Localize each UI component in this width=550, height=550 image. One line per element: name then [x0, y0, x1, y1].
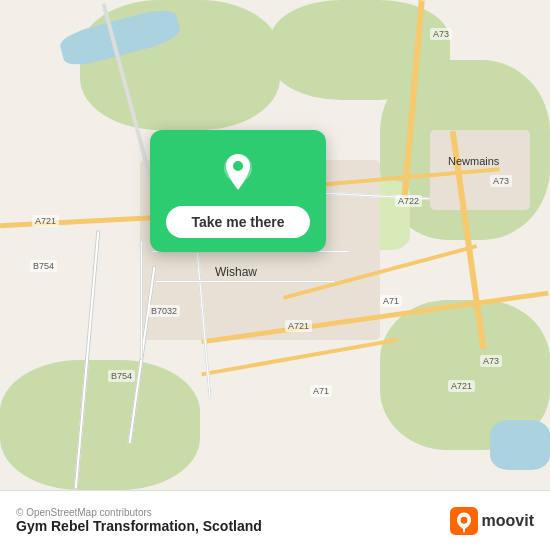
road-label-a73-bottom: A73 — [480, 355, 502, 367]
road-label-b754-bottom: B754 — [108, 370, 135, 382]
location-name: Gym Rebel Transformation, Scotland — [16, 518, 262, 534]
road-label-a71-mid: A71 — [380, 295, 402, 307]
moovit-text: moovit — [482, 512, 534, 530]
bottom-info: © OpenStreetMap contributors Gym Rebel T… — [16, 507, 262, 534]
water-se — [490, 420, 550, 470]
svg-point-1 — [233, 161, 243, 171]
svg-point-3 — [460, 516, 467, 523]
road-label-a721-left: A721 — [32, 215, 59, 227]
location-pin-icon — [214, 148, 262, 196]
location-popup: Take me there — [150, 130, 326, 252]
map-container: A73 A73 A73 A721 A721 A721 A722 A71 A71 … — [0, 0, 550, 490]
bottom-bar: © OpenStreetMap contributors Gym Rebel T… — [0, 490, 550, 550]
osm-credit: © OpenStreetMap contributors — [16, 507, 262, 518]
take-me-there-button[interactable]: Take me there — [166, 206, 310, 238]
road-minor-5 — [155, 280, 335, 283]
road-label-b754-top: B754 — [30, 260, 57, 272]
moovit-logo: moovit — [450, 507, 534, 535]
road-label-a71-bottom: A71 — [310, 385, 332, 397]
road-minor-2 — [140, 240, 143, 360]
road-label-a722: A722 — [395, 195, 422, 207]
road-label-a721-right: A721 — [448, 380, 475, 392]
road-label-a73-top: A73 — [430, 28, 452, 40]
road-label-a721-mid: A721 — [285, 320, 312, 332]
road-label-a73-right: A73 — [490, 175, 512, 187]
green-area-sw — [0, 360, 200, 490]
moovit-icon — [450, 507, 478, 535]
road-label-b7032: B7032 — [148, 305, 180, 317]
